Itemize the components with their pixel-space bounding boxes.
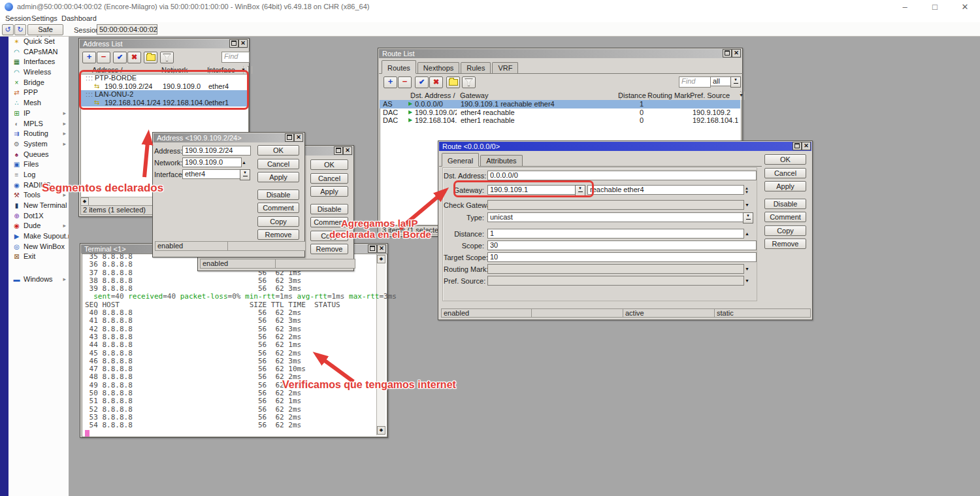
remove-icon[interactable]: − [398, 76, 412, 88]
ok-button[interactable]: OK [310, 159, 348, 170]
gateway-spinner-icon[interactable]: ▲▼ [745, 186, 749, 194]
check-gateway-field[interactable] [487, 200, 744, 210]
table-row[interactable]: DAC▶190.9.109.0/24ether4 reachable0190.9… [380, 108, 740, 117]
routing-mark-field[interactable] [487, 264, 744, 274]
collapse-up-icon[interactable]: ▲ [242, 160, 246, 165]
maximize-icon[interactable] [723, 49, 732, 58]
cancel-button[interactable]: Cancel [310, 173, 348, 184]
tab-nexthops[interactable]: Nexthops [417, 62, 459, 73]
redo-icon[interactable]: ↻ [14, 24, 26, 35]
sidebar-item-interfaces[interactable]: ▦Interfaces [8, 57, 69, 67]
apply-button[interactable]: Apply [310, 186, 348, 197]
sidebar-item-new-terminal[interactable]: ▮New Terminal [8, 201, 69, 211]
add-icon[interactable]: + [82, 52, 96, 63]
filter-dropdown-icon[interactable]: ▼ [730, 76, 741, 88]
close-icon[interactable]: ✕ [802, 142, 811, 150]
minimize-button[interactable]: – [890, 0, 920, 14]
remove-button[interactable]: Remove [310, 244, 348, 254]
ok-button[interactable]: OK [764, 154, 806, 165]
filter-select[interactable]: all [710, 76, 732, 86]
address-list-titlebar[interactable]: Address List [80, 39, 248, 48]
route-list-titlebar[interactable]: Route List [379, 49, 742, 58]
close-button[interactable]: ✕ [950, 0, 980, 14]
copy-button[interactable]: Copy [764, 225, 806, 236]
terminal-output[interactable]: 35 8.8.8.8 36 8.8.8.8 37 8.8.8.8 56 62 1… [85, 253, 397, 438]
maximize-icon[interactable] [334, 146, 343, 155]
restore-button[interactable]: □ [920, 0, 950, 14]
sidebar-item-make-supout-rif[interactable]: ▶Make Supout.rif [8, 231, 69, 242]
network-field[interactable]: 190.9.109.0 [182, 157, 242, 167]
table-row[interactable]: DAC▶192.168.104.0...ether1 reachable0192… [380, 116, 740, 125]
sidebar-item-mpls[interactable]: ◐MPLS▸ [8, 119, 69, 129]
undo-icon[interactable]: ↺ [2, 24, 14, 35]
tab-routes[interactable]: Routes [382, 60, 416, 74]
filter-icon[interactable] [462, 76, 476, 88]
sidebar-item-routing[interactable]: ⇉Routing▸ [8, 129, 69, 139]
sidebar-item-dude[interactable]: ◉Dude▸ [8, 221, 69, 231]
sidebar-item-mesh[interactable]: ∴Mesh [8, 98, 69, 108]
sidebar-item-windows[interactable]: ▬Windows▸ [8, 274, 69, 285]
sidebar-item-capsman[interactable]: ◠CAPsMAN [8, 47, 69, 58]
scope-field[interactable]: 30 [487, 240, 757, 250]
target-scope-field[interactable]: 10 [487, 252, 757, 262]
disable-button[interactable]: Disable [764, 199, 806, 209]
column-gateway[interactable]: Gateway [458, 91, 621, 100]
session-value[interactable]: 50:00:00:04:00:02 [97, 24, 157, 35]
disable-button[interactable]: Disable [257, 190, 299, 200]
sidebar-item-quick-set[interactable]: ✶Quick Set [8, 37, 69, 47]
disable-icon[interactable]: ✖ [127, 52, 141, 63]
maximize-icon[interactable] [368, 244, 377, 253]
remove-button[interactable]: Remove [257, 229, 299, 240]
interface-field[interactable]: ether4 [182, 169, 242, 179]
disable-icon[interactable]: ✖ [429, 76, 443, 88]
cancel-button[interactable]: Cancel [257, 159, 299, 169]
sidebar-item-files[interactable]: ▣Files [8, 159, 69, 170]
filter-icon[interactable] [160, 52, 174, 63]
type-dropdown-icon[interactable]: ▼ [743, 212, 753, 223]
address-dialog-titlebar[interactable]: Address <190.9.109.2/24> [154, 133, 304, 142]
maximize-icon[interactable] [229, 39, 238, 48]
dst-address-field[interactable]: 0.0.0.0/0 [487, 171, 757, 180]
interface-dropdown-icon[interactable]: ▼ [240, 169, 250, 180]
sidebar-item-dot1x[interactable]: ⊕Dot1X [8, 211, 69, 222]
address-field[interactable]: 190.9.109.2/24 [182, 146, 251, 156]
sidebar-item-system[interactable]: ⚙System▸ [8, 139, 69, 150]
comment-icon[interactable] [446, 76, 460, 88]
comment-icon[interactable] [144, 52, 157, 63]
apply-button[interactable]: Apply [257, 172, 299, 182]
pref-source-dropdown-icon[interactable]: ▼ [745, 278, 749, 283]
find-input[interactable]: Find [221, 52, 250, 63]
column-routing-mark[interactable]: Routing Mark [645, 91, 693, 100]
ok-button[interactable]: OK [257, 145, 299, 156]
route-dialog-titlebar[interactable]: Route <0.0.0.0/0> [439, 142, 811, 151]
column-options-icon[interactable]: ▼ [737, 91, 745, 100]
sidebar-item-bridge[interactable]: ×Bridge [8, 78, 69, 88]
sidebar-item-ppp[interactable]: ⇄PPP [8, 88, 69, 98]
menu-dashboard[interactable]: Dashboard [61, 14, 97, 22]
pref-source-field[interactable] [487, 276, 744, 286]
comment-button[interactable]: Comment [257, 203, 299, 213]
tab-vrf[interactable]: VRF [492, 62, 518, 73]
tab-general[interactable]: General [442, 153, 479, 167]
close-icon[interactable]: ✕ [377, 244, 386, 253]
sidebar-item-new-winbox[interactable]: ◎New WinBox [8, 242, 69, 252]
distance-field[interactable]: 1 [487, 229, 744, 239]
tab-rules[interactable]: Rules [461, 62, 491, 73]
tab-attributes[interactable]: Attributes [480, 155, 522, 166]
maximize-icon[interactable] [792, 142, 802, 150]
sidebar-item-exit[interactable]: ⊠Exit [8, 252, 69, 262]
enable-icon[interactable]: ✔ [113, 52, 127, 63]
cancel-button[interactable]: Cancel [764, 168, 806, 178]
sidebar-item-queues[interactable]: ♠Queues [8, 150, 69, 160]
sidebar-item-ip[interactable]: ⊞IP▸ [8, 108, 69, 119]
distance-collapse-icon[interactable]: ▲ [745, 231, 749, 236]
comment-button[interactable]: Comment [764, 212, 806, 222]
disable-button[interactable]: Disable [310, 204, 348, 214]
remove-button[interactable]: Remove [764, 239, 806, 249]
sidebar-item-log[interactable]: ≡Log [8, 170, 69, 180]
column-pref-source[interactable]: Pref. Source [688, 91, 742, 100]
close-icon[interactable]: ✕ [238, 39, 248, 48]
column-dst-address[interactable]: Dst. Address / [408, 91, 463, 100]
copy-button[interactable]: Copy [257, 216, 299, 227]
maximize-icon[interactable] [285, 133, 294, 142]
